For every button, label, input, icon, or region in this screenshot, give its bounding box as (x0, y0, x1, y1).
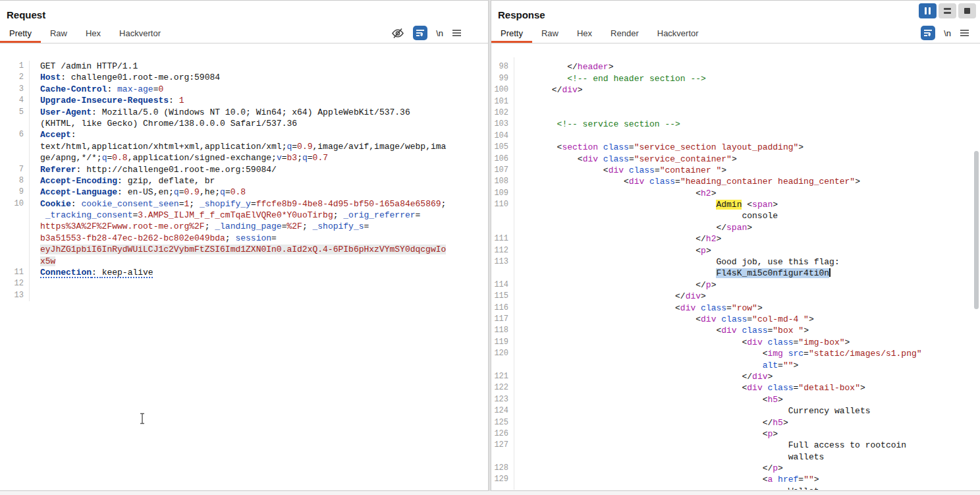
line-number: 121 (491, 371, 514, 382)
editor-menu-icon[interactable] (452, 29, 462, 37)
code-line: 126 <p> (491, 428, 980, 440)
code-line: 112 <p> (491, 245, 980, 256)
code-line: 123 <h5> (491, 394, 980, 405)
line-number (0, 256, 30, 267)
code-line: 12 (0, 278, 488, 289)
line-number: 5 (0, 107, 30, 118)
editor-menu-icon[interactable] (960, 29, 969, 37)
line-number (0, 152, 30, 163)
response-tab-hex[interactable]: Hex (568, 23, 601, 43)
request-title: Request (0, 1, 488, 23)
line-number: 100 (491, 84, 514, 96)
request-tab-pretty[interactable]: Pretty (0, 23, 41, 43)
line-number: 128 (491, 463, 514, 474)
request-tab-hackvertor[interactable]: Hackvertor (110, 23, 170, 43)
line-number: 4 (0, 95, 30, 106)
response-tabbar: PrettyRawHexRenderHackvertor \n (491, 23, 980, 44)
newline-chars-icon[interactable]: \n (944, 28, 951, 38)
line-number: 12 (0, 278, 30, 289)
code-line: 128 </p> (491, 463, 980, 474)
response-editor[interactable]: 9798 </header>99 <!-- end header section… (491, 57, 980, 490)
line-number (0, 221, 30, 232)
code-line: 104 (491, 131, 980, 142)
line-number (491, 486, 514, 490)
line-number: 108 (491, 176, 514, 187)
code-line: 1GET /admin HTTP/1.1 (0, 61, 488, 72)
line-number: 123 (491, 394, 514, 405)
code-line: 3Cache-Control: max-age=0 (0, 84, 488, 95)
layout-columns-button[interactable] (919, 3, 937, 18)
code-line: 129 <a href=""> (491, 474, 980, 485)
line-number: 11 (0, 267, 30, 278)
code-line: 114 </p> (491, 279, 980, 291)
code-line: eyJhZG1pbiI6InRydWUiLCJ1c2VybmFtZSI6Imd1… (0, 244, 488, 255)
line-number: 3 (0, 84, 30, 95)
response-tab-render[interactable]: Render (601, 23, 648, 43)
line-number: 114 (491, 279, 514, 291)
code-line: 7Referer: http://challenge01.root-me.org… (0, 164, 488, 175)
line-number: 124 (491, 405, 514, 417)
code-line: 99 <!-- end header section --> (491, 73, 980, 84)
code-line: 127 Full access to rootcoin (491, 440, 980, 451)
code-line: 115 </div> (491, 291, 980, 302)
response-tab-hackvertor[interactable]: Hackvertor (648, 23, 708, 43)
code-line: Fl4sK_mi5c0nfigur4ti0n (491, 268, 980, 279)
line-number: 10 (0, 198, 30, 210)
layout-controls (919, 3, 976, 18)
soft-wrap-icon[interactable] (413, 26, 427, 40)
line-number: 7 (0, 164, 30, 175)
request-panel: Request PrettyRawHexHackvertor \n (0, 0, 488, 491)
layout-single-button[interactable] (958, 3, 976, 18)
code-line: 5User-Agent: Mozilla/5.0 (Windows NT 10.… (0, 107, 488, 118)
line-number: 115 (491, 291, 514, 302)
response-panel: Response PrettyRawHexRenderHackvertor \n… (491, 0, 980, 491)
code-line: b3a51553-fb28-47ec-b262-bc802e049bda; se… (0, 233, 488, 244)
response-scrollbar-thumb[interactable] (974, 151, 979, 309)
line-number (491, 210, 514, 221)
line-number: 111 (491, 233, 514, 245)
code-line: 122 <div class="detail-box"> (491, 382, 980, 393)
line-number: 104 (491, 131, 514, 142)
code-line: 108 <div class="heading_container headin… (491, 176, 980, 187)
code-line: (KHTML, like Gecko) Chrome/138.0.0.0 Saf… (0, 118, 488, 129)
code-line: 106 <div class="service_container"> (491, 154, 980, 165)
line-number: 105 (491, 142, 514, 153)
request-tab-raw[interactable]: Raw (41, 23, 76, 43)
line-number: 112 (491, 245, 514, 256)
line-number: 109 (491, 188, 514, 199)
code-line: </span> (491, 222, 980, 233)
line-number: 102 (491, 107, 514, 119)
response-tab-raw[interactable]: Raw (532, 23, 568, 43)
line-number: 117 (491, 314, 514, 325)
soft-wrap-icon[interactable] (921, 26, 935, 40)
request-editor-toolbar: \n (391, 23, 488, 43)
line-number (0, 118, 30, 129)
line-number: 106 (491, 154, 514, 165)
code-line: 107 <div class="container "> (491, 165, 980, 176)
hide-nonprintable-eye-icon[interactable] (391, 28, 404, 39)
line-number: 2 (0, 72, 30, 83)
code-line: 118 <div class="box "> (491, 325, 980, 336)
line-number: 120 (491, 348, 514, 359)
code-line: 103 <!-- service section --> (491, 119, 980, 130)
columns-icon (925, 7, 927, 15)
line-number: 6 (0, 129, 30, 140)
code-line: 10Cookie: cookie_consent_seen=1; _shopif… (0, 198, 488, 210)
layout-stacked-button[interactable] (939, 3, 956, 18)
line-number: 125 (491, 417, 514, 428)
code-line: 13 (0, 290, 488, 301)
line-number: 1 (0, 61, 30, 72)
request-editor[interactable]: 1GET /admin HTTP/1.12Host: challenge01.r… (0, 57, 488, 490)
text-cursor-pointer (139, 413, 146, 424)
response-tab-pretty[interactable]: Pretty (491, 23, 532, 43)
line-number: 119 (491, 337, 514, 348)
line-number: 127 (491, 440, 514, 451)
newline-chars-icon[interactable]: \n (436, 28, 443, 38)
code-line: 111 </h2> (491, 233, 980, 245)
code-line: 124 Currency wallets (491, 405, 980, 417)
line-number: 107 (491, 165, 514, 176)
code-line: 119 <div class="img-box"> (491, 337, 980, 348)
request-tab-hex[interactable]: Hex (76, 23, 110, 43)
code-line: 109 <h2> (491, 188, 980, 199)
line-number (0, 233, 30, 244)
